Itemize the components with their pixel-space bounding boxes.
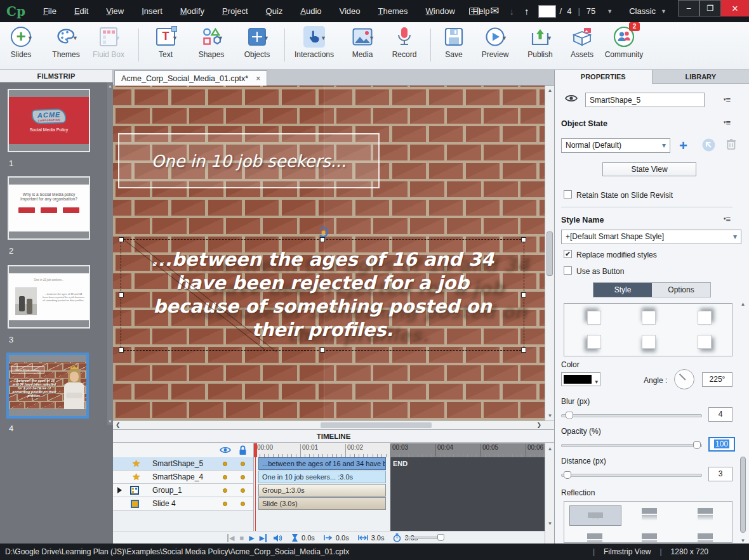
visibility-dot[interactable] [223, 462, 227, 466]
style-menu-icon[interactable]: ≡ [724, 214, 730, 224]
zoom-dropdown-icon[interactable]: ▼ [607, 8, 613, 15]
playhead-grip[interactable] [254, 443, 257, 457]
slide-thumbnail-4-selected[interactable]: One in 10 job seekers... ...between the … [6, 353, 89, 419]
close-button[interactable]: ✕ [721, 0, 749, 16]
rotate-handle[interactable] [318, 227, 328, 237]
next-slide-icon[interactable]: ↑ [524, 6, 529, 16]
timeline-row-slide4[interactable]: Slide 4 [113, 497, 254, 511]
scrollbar-thumb[interactable] [740, 457, 746, 533]
angle-value-field[interactable]: 225° [702, 372, 732, 387]
object-state-menu-icon[interactable]: ≡ [724, 118, 730, 127]
scroll-down-icon[interactable]: ▼ [545, 413, 555, 419]
scroll-up-icon[interactable]: ▲ [545, 446, 555, 452]
shadow-preset[interactable] [642, 311, 656, 325]
lock-icon[interactable] [239, 445, 247, 455]
shadow-preset[interactable] [587, 311, 601, 325]
use-as-button-checkbox[interactable] [564, 266, 572, 275]
resize-handle-sw[interactable] [119, 348, 124, 353]
previous-slide-icon[interactable]: ↓ [510, 6, 515, 16]
visibility-dot[interactable] [223, 488, 227, 493]
retain-state-checkbox[interactable] [564, 190, 572, 199]
resize-handle-s[interactable] [320, 348, 325, 353]
reflection-preset[interactable] [698, 533, 714, 543]
menu-themes[interactable]: Themes [369, 0, 417, 22]
resize-handle-se[interactable] [521, 348, 526, 353]
record-button[interactable]: Record [381, 26, 428, 59]
go-to-end-icon[interactable]: ▶ [260, 534, 267, 542]
timeline-row-smartshape5[interactable]: ★ SmartShape_5 [113, 457, 254, 471]
distance-slider[interactable] [561, 474, 702, 477]
scroll-down-icon[interactable]: ▼ [107, 419, 113, 424]
panel-menu-icon[interactable]: ≡ [724, 95, 730, 105]
preview-button[interactable]: ▼ Preview [472, 26, 519, 59]
opacity-slider-thumb[interactable] [693, 441, 701, 449]
assets-button[interactable]: Assets [559, 26, 606, 59]
reflection-preset[interactable] [587, 533, 604, 543]
shadow-preset[interactable] [587, 335, 601, 349]
reflection-preset[interactable] [642, 508, 658, 521]
audio-mute-icon[interactable] [273, 534, 282, 542]
timeline-bar-smartshape5[interactable]: ...between the ages of 16 and 34 have be… [258, 457, 386, 470]
resize-handle-e[interactable] [521, 292, 526, 297]
menu-quiz[interactable]: Quiz [257, 0, 292, 22]
mail-icon[interactable]: ✉ [490, 4, 499, 18]
themes-button[interactable]: ▼ Themes [43, 26, 89, 59]
tab-close-icon[interactable]: × [256, 74, 260, 83]
timeline-bar-slide[interactable]: Slide (3.0s) [258, 497, 386, 510]
blur-slider-thumb[interactable] [566, 412, 573, 419]
tab-style[interactable]: Style [593, 283, 652, 297]
scroll-up-icon[interactable]: ▲ [739, 301, 747, 307]
timeline-bar-group1[interactable]: Group_1:3.0s [258, 484, 386, 497]
community-button[interactable]: 2 Community [600, 26, 647, 59]
resize-handle-w[interactable] [119, 292, 124, 297]
text-button[interactable]: T▼ Text [142, 26, 189, 59]
play-icon[interactable]: ▶ [249, 534, 254, 542]
resize-handle-n[interactable] [320, 237, 325, 242]
tab-library[interactable]: LIBRARY [652, 70, 749, 84]
timeline-bar-smartshape4[interactable]: One in 10 job seekers... :3.0s [258, 471, 386, 483]
lock-dot[interactable] [241, 475, 245, 479]
style-dropdown[interactable]: +[Default Smart Shape Style] [561, 230, 741, 244]
shadow-color-swatch[interactable] [561, 372, 600, 386]
timeline-scrollbar[interactable]: ▲ ▼ [545, 443, 554, 544]
menu-insert[interactable]: Insert [133, 0, 171, 22]
blur-slider[interactable] [561, 414, 702, 417]
tab-properties[interactable]: PROPERTIES [555, 70, 652, 84]
menu-window[interactable]: Window [417, 0, 464, 22]
opacity-value-field[interactable]: 100 [708, 437, 735, 452]
opacity-slider[interactable] [561, 444, 702, 447]
scroll-down-icon[interactable]: ▼ [545, 521, 555, 526]
slide-thumbnail-2[interactable]: Why is a Social Media policy important f… [8, 176, 90, 240]
lock-dot[interactable] [241, 462, 245, 466]
document-tab[interactable]: Acme_Corp_Social_Media_01.cptx* × [114, 70, 267, 86]
menu-project[interactable]: Project [213, 0, 256, 22]
selected-smartshape[interactable]: ...between the ages of 16 and 34 have be… [121, 239, 524, 351]
zoom-slider-thumb[interactable] [437, 534, 444, 541]
canvas-vertical-scrollbar[interactable]: ▲ ▼ [545, 86, 554, 420]
add-state-icon[interactable]: + [679, 138, 687, 154]
slide-thumbnail-3[interactable]: One in 10 job seekers... ...between the … [8, 265, 90, 329]
current-slide-input[interactable] [538, 5, 556, 18]
expand-triangle-icon[interactable] [117, 487, 122, 493]
visibility-dot[interactable] [223, 502, 227, 506]
shadow-preset[interactable] [698, 335, 712, 349]
slide-canvas[interactable]: One in 10 job seekers... ...between the … [113, 86, 545, 420]
shadow-preset[interactable] [698, 311, 712, 325]
lock-dot[interactable] [241, 488, 245, 493]
slides-button[interactable]: +▼ Slides [0, 26, 44, 59]
shapes-button[interactable]: ▼ Shapes [188, 26, 235, 59]
canvas-horizontal-scrollbar[interactable]: ❮ ❯ [113, 420, 554, 429]
angle-dial[interactable] [674, 369, 694, 389]
interactions-button[interactable]: ▼ Interactions [291, 26, 338, 59]
caption-shape-1[interactable]: One in 10 job seekers... [118, 133, 380, 188]
reflection-preset[interactable] [642, 533, 658, 543]
shape-name-input[interactable] [585, 93, 705, 107]
zoom-level[interactable]: 75 [587, 6, 595, 16]
scroll-left-icon[interactable]: ❮ [116, 422, 121, 428]
menu-edit[interactable]: Edit [65, 0, 97, 22]
view-mode[interactable]: Filmstrip View [604, 547, 651, 556]
save-button[interactable]: Save [430, 26, 477, 59]
maximize-button[interactable]: ❐ [699, 0, 721, 16]
timeline-row-group1[interactable]: Group_1 [113, 484, 254, 497]
timeline-row-smartshape4[interactable]: ★ SmartShape_4 [113, 471, 254, 484]
